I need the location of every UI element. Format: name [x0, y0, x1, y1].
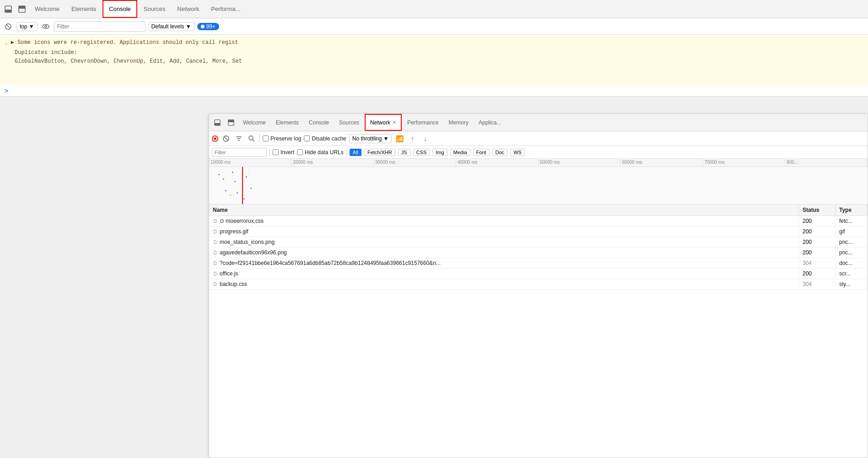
undock-icon[interactable]: [16, 3, 28, 16]
chevron-down-icon: ▼: [29, 23, 34, 30]
clear-console-button[interactable]: [3, 21, 14, 32]
levels-label: Default levels: [151, 23, 184, 30]
top-devtools-panel: Welcome Elements Console Sources Network…: [0, 0, 868, 97]
error-badge: 99+: [197, 23, 219, 30]
tab-sources-top[interactable]: Sources: [138, 0, 171, 18]
svg-line-5: [6, 25, 10, 28]
levels-chevron-icon: ▼: [186, 23, 191, 30]
tab-welcome-top[interactable]: Welcome: [29, 0, 65, 18]
console-output: ⚠ ▶ Some icons were re-registered. Appli…: [0, 35, 868, 85]
console-prompt-line: >: [0, 85, 868, 96]
levels-dropdown[interactable]: Default levels ▼: [148, 22, 194, 31]
svg-rect-1: [5, 10, 11, 12]
console-line-1: ▶ Some icons were re-registered. Applica…: [11, 38, 238, 47]
badge-count: 99+: [206, 23, 216, 30]
console-toolbar: top ▼ Default levels ▼ 99+: [0, 18, 868, 35]
context-selector[interactable]: top ▼: [16, 22, 38, 31]
eye-icon[interactable]: [40, 21, 51, 32]
badge-dot: [201, 25, 205, 28]
svg-point-7: [45, 26, 47, 27]
prompt-chevron-icon: >: [5, 87, 8, 94]
console-line-2: Duplicates include:: [15, 49, 77, 56]
warning-triangle-icon: ⚠: [5, 39, 8, 48]
console-filter-input[interactable]: [54, 22, 146, 32]
dock-icon[interactable]: [2, 3, 15, 16]
tab-console-top[interactable]: Console: [102, 0, 137, 18]
top-tab-bar: Welcome Elements Console Sources Network…: [0, 0, 868, 18]
svg-rect-3: [19, 6, 25, 9]
tab-performance-top[interactable]: Performa...: [205, 0, 246, 18]
context-label: top: [20, 23, 27, 30]
svg-point-6: [43, 24, 49, 28]
console-line-3: GlobalNavButton, ChevronDown, ChevronUp,…: [15, 58, 242, 65]
tab-network-top[interactable]: Network: [172, 0, 205, 18]
tab-elements-top[interactable]: Elements: [66, 0, 102, 18]
